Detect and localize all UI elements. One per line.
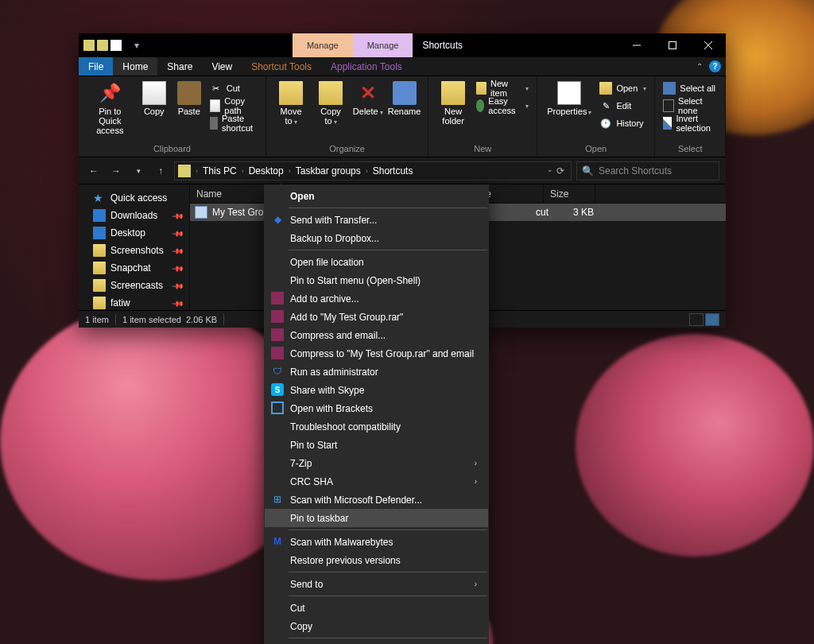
copy-button[interactable]: Copy — [137, 80, 172, 118]
move-icon — [279, 81, 303, 105]
ctx-send-with-transfer[interactable]: ◆Send with Transfer... — [265, 211, 488, 229]
ctx-scan-defender[interactable]: ⊞Scan with Microsoft Defender... — [265, 491, 488, 509]
chevron-right-icon: › — [475, 459, 477, 467]
new-item-icon — [476, 82, 486, 95]
sidebar-item-snapchat[interactable]: Snapchat📌 — [79, 259, 189, 277]
pin-icon: 📌 — [98, 81, 122, 105]
cut-button[interactable]: ✂Cut — [207, 80, 261, 97]
ctx-crc-sha[interactable]: CRC SHA› — [265, 472, 488, 491]
ctx-compress-rar-email[interactable]: Compress to "My Test Group.rar" and emai… — [265, 344, 488, 363]
move-to-button[interactable]: Move to▾ — [271, 80, 311, 127]
search-input[interactable]: 🔍 Search Shortcuts — [576, 161, 719, 180]
up-button[interactable]: ↑ — [152, 162, 169, 180]
sidebar-item-downloads[interactable]: Downloads📌 — [79, 207, 189, 224]
ctx-scan-malwarebytes[interactable]: MScan with Malwarebytes — [265, 533, 488, 551]
back-button[interactable]: ← — [85, 162, 103, 180]
breadcrumb-dropdown-icon[interactable]: ⌄ — [547, 165, 553, 177]
sidebar-item-screenshots[interactable]: Screenshots📌 — [79, 242, 189, 259]
ctx-pin-to-taskbar[interactable]: Pin to taskbar — [265, 509, 488, 527]
invert-selection-button[interactable]: Invert selection — [660, 114, 720, 132]
maximize-button[interactable] — [654, 33, 690, 57]
contextual-tab-shortcut[interactable]: Manage — [293, 33, 353, 57]
tab-home[interactable]: Home — [113, 57, 157, 76]
chevron-right-icon[interactable]: › — [287, 167, 293, 175]
select-all-button[interactable]: Select all — [660, 80, 720, 97]
selection-count: 1 item selected — [122, 315, 181, 324]
chevron-right-icon[interactable]: › — [240, 167, 246, 175]
column-size[interactable]: Size — [544, 184, 595, 203]
folder-icon — [93, 279, 106, 292]
folder-icon — [93, 297, 106, 309]
ctx-run-as-admin[interactable]: 🛡Run as administrator — [265, 363, 488, 381]
close-button[interactable] — [690, 33, 726, 57]
paste-shortcut-button[interactable]: Paste shortcut — [207, 114, 261, 132]
ctx-pin-to-start[interactable]: Pin to Start — [265, 436, 488, 454]
ctx-open-file-location[interactable]: Open file location — [265, 253, 488, 271]
ctx-copy[interactable]: Copy — [265, 617, 488, 635]
folder-icon — [93, 244, 106, 257]
help-icon[interactable]: ? — [709, 60, 721, 72]
breadcrumb[interactable]: › This PC › Desktop › Taskbar groups › S… — [174, 161, 572, 180]
titlebar[interactable]: ▾ Manage Manage Shortcuts — [79, 33, 726, 57]
ctx-pin-start-openshell[interactable]: Pin to Start menu (Open-Shell) — [265, 271, 488, 289]
thumbnails-view-button[interactable] — [705, 313, 719, 326]
ctx-compress-email[interactable]: Compress and email... — [265, 326, 488, 344]
pin-icon: 📌 — [172, 297, 184, 309]
ctx-add-archive[interactable]: Add to archive... — [265, 289, 488, 308]
chevron-right-icon[interactable]: › — [364, 167, 370, 175]
ctx-share-skype[interactable]: SShare with Skype — [265, 381, 488, 399]
contextual-tab-application[interactable]: Manage — [353, 33, 413, 57]
tab-view[interactable]: View — [202, 57, 242, 76]
selection-size: 2.06 KB — [186, 315, 217, 324]
delete-button[interactable]: ✕ Delete▾ — [351, 80, 386, 118]
breadcrumb-item[interactable]: This PC — [200, 165, 240, 177]
breadcrumb-item[interactable]: Taskbar groups — [293, 165, 364, 177]
easy-access-button[interactable]: Easy access▾ — [473, 97, 532, 114]
ctx-send-to[interactable]: Send to› — [265, 575, 488, 593]
tab-share[interactable]: Share — [157, 57, 202, 76]
breadcrumb-item[interactable]: Shortcuts — [370, 165, 417, 177]
copy-path-button[interactable]: Copy path — [207, 97, 261, 114]
new-item-button[interactable]: New item▾ — [473, 80, 532, 97]
details-view-button[interactable] — [689, 313, 704, 326]
qat-dropdown-icon[interactable]: ▾ — [132, 41, 141, 50]
ctx-create-shortcut[interactable]: Create shortcut — [265, 641, 488, 644]
tab-application-tools[interactable]: Application Tools — [321, 57, 412, 76]
edit-button[interactable]: ✎Edit — [596, 97, 649, 114]
refresh-icon[interactable]: ⟳ — [556, 165, 564, 177]
ctx-add-rar[interactable]: Add to "My Test Group.rar" — [265, 308, 488, 326]
ctx-troubleshoot[interactable]: Troubleshoot compatibility — [265, 417, 488, 436]
sidebar-item-desktop[interactable]: Desktop📌 — [79, 224, 189, 242]
ctx-restore-prev[interactable]: Restore previous versions — [265, 551, 488, 569]
sidebar-item-screencasts[interactable]: Screencasts📌 — [79, 277, 189, 294]
select-none-button[interactable]: Select none — [660, 97, 720, 114]
brackets-icon — [271, 402, 284, 414]
paste-button[interactable]: Paste — [172, 80, 207, 118]
ctx-open-brackets[interactable]: Open with Brackets — [265, 399, 488, 417]
history-button[interactable]: 🕐History — [596, 114, 649, 132]
ctx-cut[interactable]: Cut — [265, 599, 488, 617]
pin-to-quick-access-button[interactable]: 📌 Pin to Quick access — [83, 80, 137, 137]
rename-button[interactable]: Rename — [386, 80, 423, 118]
ctx-7zip[interactable]: 7-Zip› — [265, 454, 488, 472]
shield-icon: 🛡 — [271, 365, 284, 378]
tab-shortcut-tools[interactable]: Shortcut Tools — [242, 57, 321, 76]
new-folder-button[interactable]: New folder — [433, 80, 473, 127]
search-icon: 🔍 — [582, 165, 594, 177]
sidebar-item-fatiw[interactable]: fatiw📌 — [79, 294, 189, 310]
minimize-button[interactable] — [618, 33, 654, 57]
collapse-ribbon-icon[interactable]: ⌃ — [696, 62, 703, 71]
sidebar-item-quick-access[interactable]: ★Quick access — [79, 189, 189, 207]
navigation-pane[interactable]: ★Quick access Downloads📌 Desktop📌 Screen… — [79, 184, 190, 310]
open-button[interactable]: Open▾ — [596, 80, 649, 97]
copy-to-button[interactable]: Copy to▾ — [311, 80, 350, 127]
ctx-open[interactable]: Open — [265, 187, 488, 205]
forward-button[interactable]: → — [107, 162, 125, 180]
folder-icon — [178, 165, 191, 177]
tab-file[interactable]: File — [79, 57, 113, 76]
recent-dropdown[interactable]: ▾ — [130, 162, 147, 180]
breadcrumb-item[interactable]: Desktop — [246, 165, 287, 177]
ctx-backup-dropbox[interactable]: Backup to Dropbox... — [265, 229, 488, 247]
properties-button[interactable]: Properties▾ — [542, 80, 596, 118]
chevron-right-icon[interactable]: › — [194, 167, 200, 175]
